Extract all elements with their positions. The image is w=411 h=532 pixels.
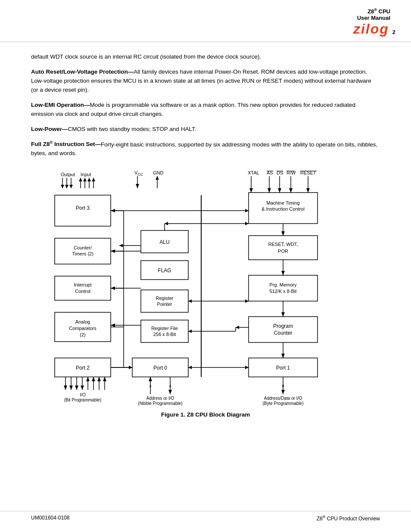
svg-marker-29: [289, 188, 293, 193]
svg-marker-68: [69, 386, 73, 390]
page-number: 2: [392, 29, 395, 37]
analog-label3: (2): [80, 332, 85, 337]
output-label: Output: [61, 172, 75, 177]
page: Z8® CPU User Manual zilog 2 default WDT …: [0, 0, 411, 532]
svg-marker-23: [249, 188, 253, 193]
interrupt-box: [55, 276, 111, 300]
svg-marker-5: [69, 185, 73, 188]
svg-marker-72: [81, 386, 84, 390]
svg-marker-39: [281, 354, 285, 358]
counter-label: Counter/: [74, 245, 92, 250]
svg-marker-66: [64, 386, 67, 390]
paragraph-2: Auto Reset/Low-Voltage Protection—All fa…: [31, 68, 380, 95]
reg-file-label: Register File: [151, 326, 178, 331]
block-diagram-svg: Output Input VCC: [37, 166, 374, 407]
flag-label: FLAG: [158, 268, 171, 274]
svg-marker-53: [119, 244, 123, 247]
footer-right: Z8® CPU Product Overview: [317, 515, 380, 522]
vcc-label: VCC: [134, 170, 143, 177]
reg-pointer-label: Register: [156, 296, 174, 301]
interrupt-label: Interrupt: [74, 282, 92, 287]
svg-marker-64: [188, 299, 192, 303]
gnd-label: GND: [153, 170, 164, 175]
para-bold-3: Low-EMI Operation—: [31, 102, 90, 108]
header-text: Z8® CPU User Manual: [357, 8, 390, 21]
alu-label: ALU: [159, 239, 169, 245]
svg-marker-41: [236, 326, 239, 329]
svg-marker-61: [165, 222, 168, 225]
svg-marker-11: [87, 178, 91, 181]
prg-mem-box: [249, 275, 318, 301]
svg-marker-9: [83, 178, 87, 181]
svg-marker-44: [188, 330, 192, 333]
main-content: default WDT clock source is an internal …: [0, 42, 411, 418]
machine-timing-label2: & Instruction Control: [262, 206, 305, 212]
counter-label2: Timers (2): [72, 251, 93, 256]
zilog-logo: zilog: [353, 21, 389, 37]
paragraph-3: Low-EMI Operation—Mode is programmable v…: [31, 101, 380, 119]
svg-marker-13: [92, 178, 95, 181]
diagram-caption: Figure 1. Z8 CPU Block Diagram: [37, 411, 374, 418]
machine-timing-label: Machine Timing: [266, 200, 299, 205]
svg-marker-17: [156, 176, 159, 180]
io-label: I/O: [80, 392, 86, 397]
header-logo-row: zilog 2: [353, 21, 395, 37]
prg-mem-label2: 512/K x 8-Bit: [270, 289, 297, 294]
input-label: Input: [81, 172, 91, 177]
program-counter-box: [249, 317, 318, 342]
para-bold-2: Auto Reset/Low-Voltage Protection—: [31, 68, 134, 75]
block-diagram-container: Output Input VCC: [37, 166, 374, 418]
svg-marker-33: [281, 231, 285, 236]
svg-marker-70: [75, 386, 78, 390]
svg-marker-74: [86, 377, 90, 381]
svg-marker-76: [92, 377, 95, 381]
svg-marker-31: [306, 188, 310, 193]
header-right: Z8® CPU User Manual zilog 2: [353, 8, 395, 37]
prg-mem-label: Prg. Memory: [270, 282, 297, 287]
program-counter-label: Program: [273, 323, 293, 329]
svg-marker-25: [268, 188, 271, 193]
reg-file-box: [141, 320, 188, 342]
svg-marker-63: [245, 299, 249, 303]
svg-marker-37: [281, 312, 285, 317]
port0-label: Port 0: [153, 365, 167, 371]
para-text-4: CMOS with two standby modes; STOP and HA…: [68, 126, 196, 132]
page-header: Z8® CPU User Manual zilog 2: [0, 0, 411, 42]
analog-label: Analog: [75, 319, 90, 324]
svg-marker-35: [281, 271, 285, 275]
svg-marker-88: [245, 366, 249, 369]
svg-marker-82: [149, 377, 152, 381]
analog-label2: Comparators: [69, 326, 97, 331]
reg-file-label2: 256 x 8-Bit: [153, 332, 176, 337]
port2-label: Port 2: [76, 365, 90, 371]
paragraph-5: Full Z8® Instruction Set—Forty-eight bas…: [31, 140, 380, 158]
para-bold-4: Low-Power—: [31, 126, 68, 132]
svg-marker-1: [61, 185, 64, 188]
svg-marker-84: [168, 390, 172, 394]
svg-marker-3: [65, 185, 68, 188]
para-bold-5: Full Z8® Instruction Set—: [31, 141, 101, 147]
port1-label: Port 1: [276, 365, 290, 371]
paragraph-4: Low-Power—CMOS with two standby modes; S…: [31, 125, 380, 134]
header-subtitle: User Manual: [357, 15, 390, 21]
reg-pointer-label2: Pointer: [157, 302, 172, 307]
svg-marker-60: [245, 222, 249, 225]
xtal-label: XTAL: [248, 170, 259, 175]
addr-io-label: Address or I/O: [146, 396, 174, 401]
svg-marker-86: [281, 390, 285, 394]
reg-pointer-box: [141, 290, 188, 312]
page-footer: UM001604-0108 Z8® CPU Product Overview: [0, 511, 411, 522]
addr-data-label: Address/Data or I/O: [264, 396, 302, 401]
paragraph-1: default WDT clock source is an internal …: [31, 53, 380, 62]
interrupt-label2: Control: [75, 289, 90, 294]
svg-marker-27: [278, 188, 281, 193]
svg-marker-78: [97, 377, 101, 381]
io-label2: (Bit Programmable): [64, 398, 102, 402]
header-title: Z8® CPU: [367, 8, 390, 15]
svg-marker-89: [188, 366, 192, 369]
addr-data-label2: (Byte Programmable): [262, 401, 303, 406]
footer-left: UM001604-0108: [31, 515, 69, 522]
reset-wdt-label2: POR: [278, 249, 288, 254]
svg-marker-80: [103, 377, 106, 381]
reset-wdt-label: RESET, WDT,: [268, 242, 298, 247]
